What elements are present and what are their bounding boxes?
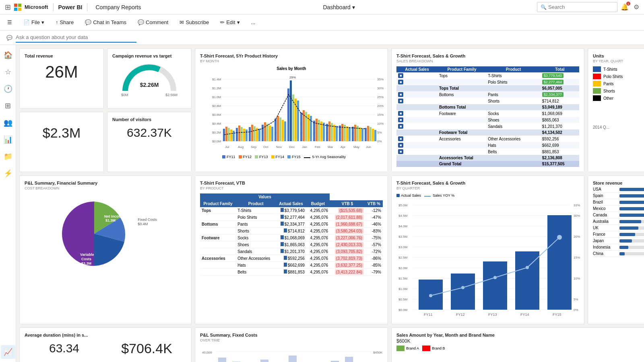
teams-icon: 💬	[85, 19, 91, 25]
store-item: Canada	[593, 212, 644, 218]
gauge-labels: $0M $2.56M	[121, 93, 178, 97]
svg-rect-133	[451, 274, 475, 310]
svg-text:$1.0M: $1.0M	[398, 287, 408, 291]
svg-rect-159	[289, 356, 297, 362]
svg-rect-26	[225, 127, 227, 141]
svg-text:20%: 20%	[377, 104, 384, 108]
svg-rect-49	[284, 121, 286, 141]
qa-bar: 💬	[0, 31, 644, 45]
store-title: Store revenue	[593, 181, 644, 185]
sidebar-home[interactable]: 🏠	[1, 48, 15, 62]
svg-text:20%: 20%	[574, 235, 580, 239]
settings-icon[interactable]: ⚙	[634, 3, 639, 11]
sales-breakdown-title: T-Shirt Forecast, Sales & Growth	[396, 53, 579, 58]
svg-text:FY11: FY11	[424, 313, 433, 316]
svg-rect-135	[515, 251, 539, 310]
subscribe-button[interactable]: ✉ Subscribe	[177, 18, 211, 27]
svg-text:Mar: Mar	[328, 145, 333, 149]
svg-text:Jan: Jan	[302, 145, 307, 149]
vtb-row: Accessories Other Accessories $592,256 4…	[200, 255, 383, 262]
sidebar-metrics[interactable]: 📊	[1, 133, 15, 146]
svg-text:Oct: Oct	[263, 145, 268, 149]
svg-rect-76	[354, 125, 356, 141]
svg-rect-52	[292, 95, 294, 141]
more-label: ...	[251, 19, 256, 25]
sidebar-reports[interactable]: 📈	[1, 345, 15, 359]
dashboard-dropdown[interactable]: Dashboard ▾	[323, 4, 355, 10]
growth-subtitle: BY QUARTER	[396, 186, 579, 190]
table-row: ■ Bottoms Pants $2,334,377	[396, 91, 579, 98]
sidebar-recent[interactable]: 🕐	[1, 82, 15, 96]
search-input[interactable]	[548, 4, 616, 10]
table-row: ■ Footware Socks $1,068,069	[396, 110, 579, 117]
spend2-inner: $706.4K	[107, 333, 186, 362]
subtotal-row: Tops Total $6,057,005	[396, 85, 579, 91]
table-row: ■ Shoes $865,063	[396, 117, 579, 123]
subscribe-icon: ✉	[180, 19, 184, 25]
svg-text:$4.5M: $4.5M	[398, 214, 408, 218]
svg-rect-41	[264, 122, 266, 141]
fixed-costs-title: P&L Summary, Fixed Costs	[200, 333, 383, 337]
chat-button[interactable]: 💬 Chat in Teams	[83, 18, 129, 27]
svg-text:Costs: Costs	[81, 257, 91, 261]
growth-bar-chart: $5.0M $4.5M $4.0M $3.5M $3.0M $2.5M $2.0…	[396, 199, 582, 316]
table-row: ■ Accessories Other Accessories $592,256	[396, 136, 579, 142]
notification-icon[interactable]: 🔔 1	[621, 3, 629, 11]
svg-rect-60	[313, 121, 315, 141]
vtb-row: Tops T-Shirts $3,779,540 4,295,076 ($15,…	[200, 207, 383, 214]
svg-rect-37	[254, 126, 256, 141]
store-item: Australia	[593, 218, 644, 225]
search-box[interactable]: 🔍	[537, 2, 617, 12]
edit-button[interactable]: ✏ Edit ▾	[218, 18, 242, 27]
file-label: File	[31, 19, 40, 25]
hamburger-menu[interactable]: ☰	[5, 18, 14, 27]
svg-rect-78	[359, 128, 361, 141]
sidebar-deployment[interactable]: ⚡	[1, 167, 15, 180]
sidebar-workspaces[interactable]: 📁	[1, 150, 15, 163]
svg-rect-28	[230, 130, 232, 141]
total-revenue-card: Total revenue 26M	[19, 48, 104, 109]
fixed-costs-value: $0.4M	[138, 222, 148, 226]
grid-icon[interactable]: ⊞	[5, 3, 11, 12]
file-button[interactable]: 📄 File ▾	[21, 18, 47, 27]
svg-point-138	[461, 286, 464, 289]
comment-button[interactable]: 💬 Comment	[135, 18, 171, 27]
vtb-subtitle: BY PRODUCT	[200, 186, 383, 190]
sales-breakdown-subtitle: SALES BREAKDOWN	[396, 59, 579, 63]
svg-text:$0.5M: $0.5M	[398, 298, 408, 301]
svg-text:$1.4M: $1.4M	[212, 78, 221, 81]
tshirt-history-card: T-Shirt Forecast, 5Yr Product History BY…	[195, 48, 388, 172]
vtb-card: T-Shirt Forecast, VTB BY PRODUCT Values …	[195, 175, 388, 324]
sidebar-favorites[interactable]: ☆	[1, 65, 15, 79]
svg-text:$1.3M: $1.3M	[105, 218, 116, 222]
svg-rect-79	[361, 129, 363, 141]
toolbar: ☰ 📄 File ▾ ↑ Share 💬 Chat in Teams 💬 Com…	[0, 14, 644, 31]
svg-point-141	[557, 235, 562, 240]
sidebar-apps[interactable]: ⊞	[1, 99, 15, 113]
svg-text:$0.0M: $0.0M	[212, 140, 221, 143]
more-button[interactable]: ...	[249, 18, 258, 27]
store-item: Mexico	[593, 206, 644, 212]
svg-text:$1.0M: $1.0M	[212, 95, 221, 99]
share-button[interactable]: ↑ Share	[53, 18, 76, 27]
svg-rect-39	[258, 129, 260, 141]
svg-rect-51	[290, 80, 292, 141]
svg-rect-136	[547, 215, 572, 310]
avg-duration-pl-card: Average duration (mins) in s... 63.34 $7…	[19, 327, 192, 362]
svg-rect-48	[282, 120, 284, 141]
units-subtitle: BY YEAR, QUART	[593, 59, 644, 63]
svg-rect-47	[279, 117, 281, 141]
fixed-costs-subtitle: OVER TIME	[200, 338, 383, 342]
campaign-revenue-card: Campaign revenue vs target $2.26M $0M $2…	[107, 48, 192, 109]
svg-text:$4.0M: $4.0M	[398, 224, 408, 228]
main-layout: 🏠 ☆ 🕐 ⊞ 👥 📊 📁 ⚡ 📈 Total revenue 26M Camp…	[0, 45, 644, 362]
subtotal-row: Accessories Total $2,136,808	[396, 155, 579, 161]
subtotal-row: Footware Total $4,134,502	[396, 130, 579, 136]
qa-input[interactable]	[16, 33, 136, 43]
sidebar-shared[interactable]: 👥	[1, 116, 15, 130]
svg-text:FY14: FY14	[520, 313, 529, 316]
svg-rect-62	[318, 120, 320, 141]
svg-text:$2.5M: $2.5M	[398, 256, 408, 259]
notif-badge: 1	[626, 2, 630, 6]
svg-rect-134	[483, 261, 507, 310]
